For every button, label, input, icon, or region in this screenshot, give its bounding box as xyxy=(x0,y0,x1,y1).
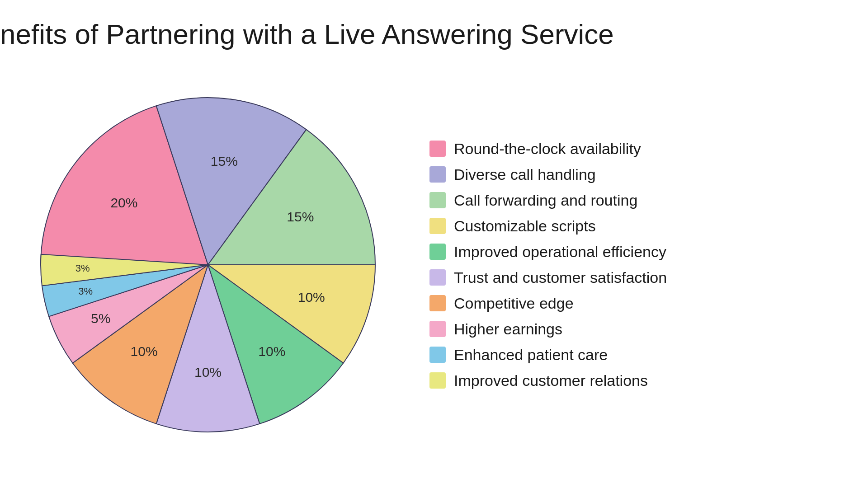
legend-item: Competitive edge xyxy=(429,295,667,312)
legend-color-swatch xyxy=(429,321,446,337)
legend-label-text: Higher earnings xyxy=(454,320,562,338)
pie-chart-container: 20%15%15%10%10%10%10%5%3%3% xyxy=(23,80,393,450)
legend-item: Diverse call handling xyxy=(429,166,667,183)
legend-item: Round-the-clock availability xyxy=(429,140,667,158)
pie-label: 10% xyxy=(131,344,158,359)
legend-color-swatch xyxy=(429,269,446,286)
legend-label-text: Call forwarding and routing xyxy=(454,192,637,209)
chart-area: 20%15%15%10%10%10%10%5%3%3% Round-the-cl… xyxy=(0,59,868,470)
pie-label: 5% xyxy=(91,310,110,325)
legend-label-text: Improved operational efficiency xyxy=(454,243,666,261)
legend-label-text: Round-the-clock availability xyxy=(454,140,641,158)
legend-label-text: Trust and customer satisfaction xyxy=(454,269,667,286)
legend-item: Call forwarding and routing xyxy=(429,192,667,209)
pie-label: 3% xyxy=(78,286,93,297)
legend-item: Trust and customer satisfaction xyxy=(429,269,667,286)
pie-label: 10% xyxy=(194,365,222,380)
legend-item: Improved customer relations xyxy=(429,372,667,389)
legend-color-swatch xyxy=(429,218,446,234)
pie-label: 3% xyxy=(75,262,90,273)
page-title: nefits of Partnering with a Live Answeri… xyxy=(0,18,868,50)
legend-color-swatch xyxy=(429,192,446,208)
pie-label: 20% xyxy=(110,195,137,210)
legend-color-swatch xyxy=(429,244,446,260)
pie-chart-svg: 20%15%15%10%10%10%10%5%3%3% xyxy=(23,80,393,450)
legend-color-swatch xyxy=(429,141,446,157)
pie-label: 10% xyxy=(298,290,325,305)
pie-label: 15% xyxy=(287,209,314,224)
legend-item: Enhanced patient care xyxy=(429,346,667,364)
chart-legend: Round-the-clock availabilityDiverse call… xyxy=(429,140,667,389)
pie-label: 10% xyxy=(258,344,285,359)
legend-label-text: Customizable scripts xyxy=(454,217,596,235)
legend-label-text: Diverse call handling xyxy=(454,166,596,183)
pie-label: 15% xyxy=(211,154,238,169)
legend-color-swatch xyxy=(429,166,446,183)
legend-item: Improved operational efficiency xyxy=(429,243,667,261)
legend-color-swatch xyxy=(429,347,446,363)
legend-label-text: Enhanced patient care xyxy=(454,346,608,364)
page-container: nefits of Partnering with a Live Answeri… xyxy=(0,0,868,488)
legend-item: Customizable scripts xyxy=(429,217,667,235)
legend-label-text: Competitive edge xyxy=(454,295,574,312)
legend-color-swatch xyxy=(429,295,446,311)
legend-label-text: Improved customer relations xyxy=(454,372,648,389)
legend-item: Higher earnings xyxy=(429,320,667,338)
legend-color-swatch xyxy=(429,372,446,389)
